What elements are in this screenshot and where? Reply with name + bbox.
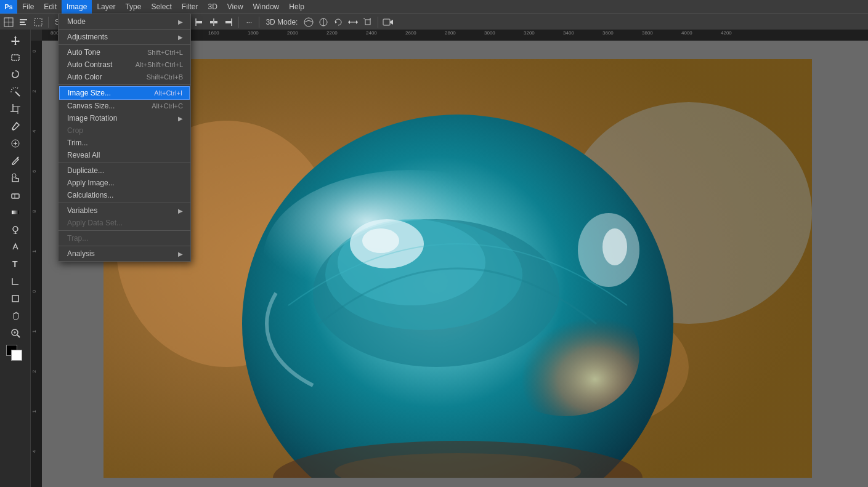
svg-rect-59	[12, 296, 18, 302]
menu-type[interactable]: Type	[120, 0, 146, 14]
tool-crop[interactable]	[7, 101, 23, 117]
color-swatches[interactable]	[6, 345, 25, 361]
svg-rect-14	[196, 21, 202, 23]
align-right-icon[interactable]	[222, 16, 235, 28]
svg-rect-34	[12, 55, 19, 60]
tools-panel: T	[0, 30, 31, 487]
menu-canvas-size[interactable]: Canvas Size... Alt+Ctrl+C	[59, 100, 190, 112]
svg-point-76	[492, 293, 639, 416]
menu-duplicate[interactable]: Duplicate...	[59, 164, 190, 177]
menu-mode[interactable]: Mode ▶	[59, 15, 190, 28]
tool-lasso[interactable]	[7, 66, 23, 83]
menu-section-auto: Auto Tone Shift+Ctrl+L Auto Contrast Alt…	[59, 45, 190, 85]
3d-scale-icon[interactable]	[362, 16, 374, 28]
menu-mode-arrow: ▶	[178, 18, 183, 25]
menu-image[interactable]: Image	[62, 0, 92, 14]
menu-reveal-all[interactable]: Reveal All	[59, 149, 190, 161]
ruler-corner	[31, 30, 42, 41]
menu-edit[interactable]: Edit	[39, 0, 62, 14]
svg-marker-26	[356, 20, 358, 24]
menu-analysis[interactable]: Analysis ▶	[59, 248, 190, 260]
menu-section-variables: Variables ▶ Apply Data Set...	[59, 203, 190, 231]
svg-line-50	[17, 157, 18, 158]
svg-rect-6	[34, 18, 42, 26]
3d-video-icon[interactable]	[382, 16, 394, 28]
svg-line-36	[15, 92, 20, 96]
3d-orbit-icon[interactable]	[302, 16, 315, 28]
svg-point-21	[304, 18, 313, 26]
menu-section-mode: Mode ▶	[59, 14, 190, 30]
tool-pen[interactable]	[7, 239, 23, 255]
menu-trap: Trap...	[59, 232, 190, 244]
tool-zoom[interactable]	[7, 325, 23, 341]
menu-select[interactable]: Select	[146, 0, 176, 14]
tool-eraser[interactable]	[7, 187, 23, 203]
tool-path-select[interactable]	[7, 273, 23, 289]
3d-pan-icon[interactable]	[317, 16, 330, 28]
bg-color-swatch[interactable]	[11, 350, 22, 361]
water-drop-svg	[103, 59, 812, 478]
menu-file[interactable]: File	[17, 0, 39, 14]
tool-shape[interactable]	[7, 291, 23, 307]
menu-section-analysis: Analysis ▶	[59, 246, 190, 261]
menu-apply-image[interactable]: Apply Image...	[59, 177, 190, 189]
svg-rect-17	[214, 21, 217, 23]
menu-trim[interactable]: Trim...	[59, 137, 190, 149]
svg-line-39	[13, 87, 14, 89]
menu-variables[interactable]: Variables ▶	[59, 204, 190, 217]
svg-rect-52	[12, 194, 19, 198]
svg-text:T: T	[12, 259, 18, 269]
tool-text[interactable]: T	[7, 256, 23, 272]
svg-line-29	[363, 18, 365, 20]
menu-filter[interactable]: Filter	[177, 0, 203, 14]
menu-auto-contrast[interactable]: Auto Contrast Alt+Shift+Ctrl+L	[59, 58, 190, 71]
tool-hand[interactable]	[7, 308, 23, 324]
menu-view[interactable]: View	[222, 0, 248, 14]
3d-mode-label: 3D Mode:	[263, 18, 300, 26]
menu-window[interactable]: Window	[248, 0, 285, 14]
menu-auto-color[interactable]: Auto Color Shift+Ctrl+B	[59, 71, 190, 83]
svg-line-38	[17, 87, 18, 89]
tool-eyedropper[interactable]	[7, 118, 23, 134]
svg-line-61	[17, 335, 20, 337]
svg-point-51	[12, 174, 16, 177]
more-options-icon[interactable]: ···	[243, 16, 255, 28]
menu-adjustments-arrow: ▶	[178, 34, 183, 41]
tool-gradient[interactable]	[7, 204, 23, 220]
tool-magic-wand[interactable]	[7, 84, 23, 100]
separator-3	[238, 17, 239, 28]
menu-auto-tone[interactable]: Auto Tone Shift+Ctrl+L	[59, 46, 190, 58]
separator-4	[259, 17, 259, 28]
separator-1	[48, 17, 49, 28]
menu-image-size[interactable]: Image Size... Alt+Ctrl+I	[59, 86, 190, 100]
tool-brush[interactable]	[7, 153, 23, 169]
svg-rect-4	[20, 22, 25, 23]
svg-point-35	[12, 72, 14, 73]
tool-move[interactable]	[7, 32, 23, 48]
transform-icon	[32, 16, 44, 28]
3d-rotate-icon[interactable]	[332, 16, 344, 28]
menu-analysis-arrow: ▶	[178, 251, 183, 257]
tool-rect-select[interactable]	[7, 49, 23, 65]
menu-3d[interactable]: 3D	[203, 0, 222, 14]
3d-slide-icon[interactable]	[347, 16, 359, 28]
menu-bar: Ps File Edit Image Layer Type Select Fil…	[0, 0, 868, 14]
svg-point-78	[602, 228, 627, 265]
svg-rect-31	[383, 19, 390, 25]
menu-apply-data-set: Apply Data Set...	[59, 217, 190, 229]
tool-clone-stamp[interactable]	[7, 170, 23, 186]
menu-calculations[interactable]: Calculations...	[59, 189, 190, 201]
svg-point-75	[362, 228, 399, 253]
align-hcenter-icon[interactable]	[208, 16, 220, 28]
menu-layer[interactable]: Layer	[92, 0, 120, 14]
svg-marker-24	[335, 21, 337, 23]
svg-point-46	[12, 129, 14, 131]
svg-rect-54	[12, 211, 19, 214]
menu-help[interactable]: Help	[284, 0, 309, 14]
align-left2-icon[interactable]	[193, 16, 205, 28]
menu-image-rotation[interactable]: Image Rotation ▶	[59, 112, 190, 124]
tool-heal[interactable]	[7, 135, 23, 151]
separator-5	[378, 17, 378, 28]
tool-dodge[interactable]	[7, 222, 23, 238]
menu-adjustments[interactable]: Adjustments ▶	[59, 31, 190, 43]
